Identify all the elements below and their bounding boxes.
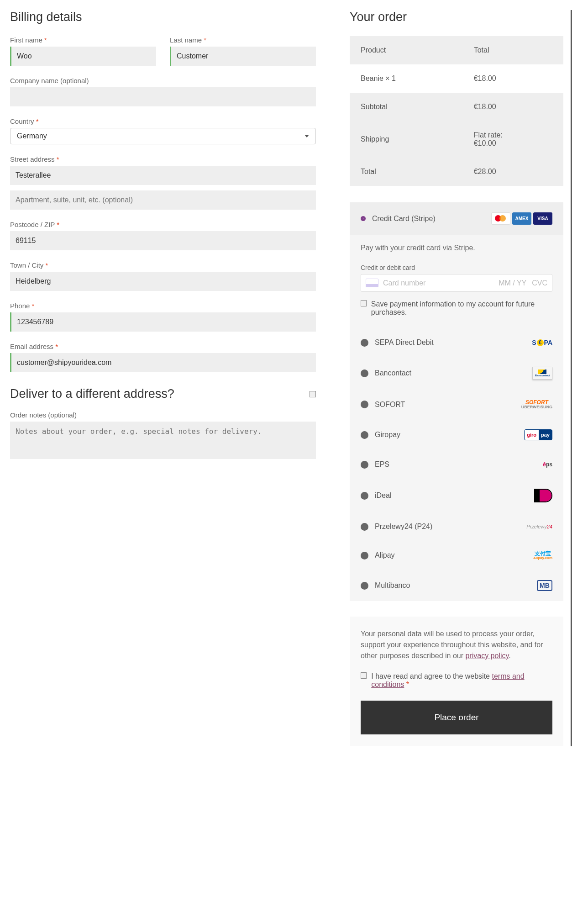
line-item-name: Beanie × 1 [350,64,463,93]
postcode-label: Postcode / ZIP * [10,221,316,228]
card-exp-placeholder: MM / YY [499,279,526,287]
save-payment-checkbox[interactable] [361,300,367,306]
shipping-label: Shipping [350,121,463,158]
card-num-placeholder: Card number [383,279,425,287]
card-brand-icons: AMEX VISA [491,212,552,225]
ship-different-title: Deliver to a different address? [10,387,174,401]
pay-alipay-row[interactable]: Alipay 支付宝Alipay.com [350,541,563,570]
stripe-description: Pay with your credit card via Stripe. [361,244,552,252]
product-header: Product [350,36,463,64]
radio-icon [361,582,368,590]
pay-giropay-row[interactable]: Giropay giropay [350,419,563,450]
card-field-label: Credit or debit card [361,264,552,271]
order-notes-label: Order notes (optional) [10,411,316,419]
pay-eps-label: EPS [375,460,536,469]
privacy-policy-link[interactable]: privacy policy [465,652,509,660]
pay-sepa-row[interactable]: SEPA Direct Debit S€PA [350,328,563,357]
radio-icon [361,461,368,469]
company-input[interactable] [10,87,316,106]
giropay-icon: giropay [524,429,552,440]
phone-input[interactable] [10,312,316,332]
pay-giropay-label: Giropay [375,431,518,439]
city-label: Town / City * [10,261,316,269]
email-label: Email address * [10,343,316,350]
payment-methods: Credit Card (Stripe) AMEX VISA Pay with … [350,202,563,601]
terms-label: I have read and agree to the website ter… [371,672,552,689]
card-icon [366,279,378,287]
pay-sofort-row[interactable]: SOFORT SOFORTÜBERWEISUNG [350,390,563,419]
sepa-icon: S€PA [532,339,552,346]
radio-icon [361,369,368,377]
place-order-button[interactable]: Place order [361,701,552,734]
mastercard-icon [491,212,510,225]
amex-icon: AMEX [512,212,531,225]
subtotal-value: €18.00 [463,93,563,121]
terms-checkbox[interactable] [361,672,367,679]
radio-icon [361,401,368,408]
radio-icon [361,552,368,559]
save-payment-label: Save payment information to my account f… [371,300,552,317]
total-header: Total [463,36,563,64]
sofort-icon: SOFORTÜBERWEISUNG [521,400,552,409]
alipay-icon: 支付宝Alipay.com [533,551,552,560]
pay-p24-label: Przelewy24 (P24) [375,522,520,531]
shipping-value: Flat rate:€10.00 [463,121,563,158]
order-table: Product Total Beanie × 1 €18.00 Subtotal… [350,36,563,186]
subtotal-label: Subtotal [350,93,463,121]
pay-ideal-label: iDeal [375,491,528,500]
pay-multibanco-row[interactable]: Multibanco MB [350,570,563,601]
grand-total-label: Total [350,158,463,186]
eps-icon: êps [543,461,552,468]
pay-sofort-label: SOFORT [375,401,515,409]
street-label: Street address * [10,155,316,163]
bancontact-icon: Bancontact [532,367,552,380]
pay-sepa-label: SEPA Direct Debit [375,338,525,347]
last-name-input[interactable] [170,47,316,66]
pay-stripe-row[interactable]: Credit Card (Stripe) AMEX VISA [350,202,563,235]
pay-alipay-label: Alipay [375,551,527,559]
radio-selected-icon [361,216,366,221]
first-name-label: First name * [10,36,156,44]
pay-multibanco-label: Multibanco [375,581,530,590]
chevron-down-icon [304,135,309,137]
visa-icon: VISA [533,212,552,225]
billing-title: Billing details [10,10,316,24]
last-name-label: Last name * [170,36,316,44]
card-number-input[interactable]: Card number MM / YY CVC [361,274,552,292]
first-name-input[interactable] [10,47,156,66]
pay-eps-row[interactable]: EPS êps [350,450,563,479]
pay-bancontact-label: Bancontact [375,369,526,377]
country-value: Germany [17,132,47,140]
multibanco-icon: MB [537,580,552,591]
radio-icon [361,431,368,439]
line-item-total: €18.00 [463,64,563,93]
postcode-input[interactable] [10,231,316,250]
city-input[interactable] [10,272,316,291]
order-title: Your order [350,10,563,24]
ship-different-checkbox[interactable] [310,391,316,397]
grand-total-value: €28.00 [463,158,563,186]
email-input[interactable] [10,353,316,372]
street-input[interactable] [10,166,316,185]
country-select[interactable]: Germany [10,128,316,144]
radio-icon [361,339,368,347]
radio-icon [361,523,368,531]
street2-input[interactable] [10,190,316,210]
pay-ideal-row[interactable]: iDeal [350,479,563,512]
order-notes-input[interactable] [10,422,316,459]
pay-stripe-label: Credit Card (Stripe) [372,215,485,223]
card-cvc-placeholder: CVC [532,279,547,287]
country-label: Country * [10,117,316,125]
phone-label: Phone * [10,302,316,310]
radio-icon [361,492,368,500]
pay-bancontact-row[interactable]: Bancontact Bancontact [350,357,563,390]
pay-p24-row[interactable]: Przelewy24 (P24) Przelewy24 [350,512,563,541]
ideal-icon [534,489,552,502]
privacy-text: Your personal data will be used to proce… [361,628,552,661]
company-label: Company name (optional) [10,77,316,84]
przelewy24-icon: Przelewy24 [526,524,552,529]
